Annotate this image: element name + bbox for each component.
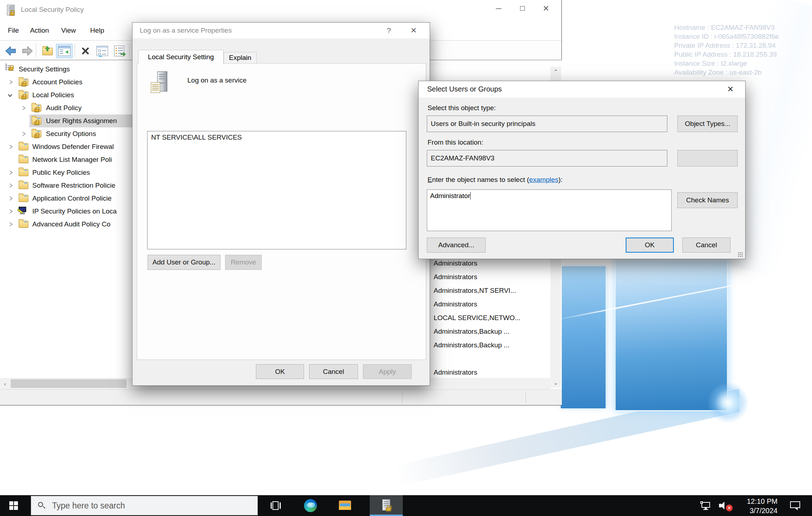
search-icon xyxy=(38,502,46,510)
list-row[interactable]: Administrators xyxy=(431,297,549,311)
titlebar: Local Security Policy ─ ☐ ✕ xyxy=(0,0,561,21)
scrollbar-thumb[interactable] xyxy=(11,379,126,388)
list-row[interactable]: Administrators,Backup ... xyxy=(431,338,549,352)
local-security-policy-task-button[interactable] xyxy=(370,495,403,516)
show-console-tree-button[interactable] xyxy=(56,44,73,58)
up-one-level-button[interactable] xyxy=(39,44,55,58)
action-center-button[interactable] xyxy=(785,495,806,516)
list-row[interactable] xyxy=(431,352,549,366)
dialog-titlebar: Log on as a service Properties ? ✕ xyxy=(132,23,430,38)
examples-link[interactable]: examples xyxy=(529,176,558,183)
edge-button[interactable] xyxy=(299,495,322,516)
minimize-icon: ─ xyxy=(496,5,501,13)
up-folder-icon xyxy=(42,46,53,56)
folder-lock-icon xyxy=(19,78,29,86)
file-explorer-button[interactable] xyxy=(333,495,357,516)
check-names-button[interactable]: Check Names xyxy=(677,192,738,208)
resize-grip[interactable] xyxy=(738,252,743,257)
chevron-right-icon[interactable] xyxy=(8,208,14,214)
chevron-right-icon[interactable] xyxy=(8,221,14,227)
volume-tray-icon[interactable]: ✕ xyxy=(715,495,735,516)
taskbar-clock[interactable]: 12:10 PM 3/7/2024 xyxy=(734,497,778,515)
locations-button[interactable] xyxy=(677,150,738,166)
tab-explain[interactable]: Explain xyxy=(224,52,257,64)
location-field: EC2AMAZ-FAN98V3 xyxy=(427,150,667,166)
tree-item-security-options[interactable]: Security Options xyxy=(0,127,132,140)
chevron-right-icon[interactable] xyxy=(8,144,14,150)
chevron-down-icon[interactable] xyxy=(7,93,13,98)
instance-info-line: Public IP Address : 18.218.255.39 xyxy=(674,50,779,59)
menu-help[interactable]: Help xyxy=(90,27,104,34)
network-icon xyxy=(700,501,711,510)
cancel-button[interactable]: Cancel xyxy=(309,364,358,379)
list-row[interactable]: Administrators,Backup ... xyxy=(431,325,549,338)
chevron-right-icon[interactable] xyxy=(21,131,27,137)
folder-icon xyxy=(19,168,29,177)
members-listbox[interactable]: NT SERVICE\ALL SERVICES xyxy=(147,131,406,249)
status-bar xyxy=(0,389,562,405)
remove-button[interactable]: Remove xyxy=(225,255,262,270)
dialog-titlebar: Select Users or Groups ✕ xyxy=(419,81,745,98)
tree-item-account-policies[interactable]: Account Policies xyxy=(0,76,132,89)
action-center-icon xyxy=(790,501,800,510)
folder-lock-icon xyxy=(32,117,42,125)
search-input[interactable]: Type here to search xyxy=(31,496,258,515)
chevron-right-icon[interactable] xyxy=(8,196,14,201)
delete-button[interactable] xyxy=(78,44,93,58)
advanced-button[interactable]: Advanced... xyxy=(427,238,486,253)
start-button[interactable] xyxy=(0,495,27,516)
minimize-button[interactable]: ─ xyxy=(487,0,510,17)
cancel-button[interactable]: Cancel xyxy=(682,238,731,253)
ok-button[interactable]: OK xyxy=(256,364,304,379)
help-button[interactable]: ? xyxy=(387,26,391,35)
chevron-right-icon[interactable] xyxy=(8,183,14,188)
tree-item-software-restriction[interactable]: Software Restriction Policie xyxy=(0,179,132,192)
object-names-textarea[interactable]: Administrator xyxy=(427,189,672,231)
folder-icon xyxy=(19,142,29,151)
tree-item-public-key-policies[interactable]: Public Key Policies xyxy=(0,166,132,179)
back-button[interactable] xyxy=(3,44,19,58)
chevron-right-icon[interactable] xyxy=(8,170,14,175)
list-row[interactable]: Administrators xyxy=(431,270,549,284)
menu-view[interactable]: View xyxy=(61,27,76,34)
export-list-button[interactable] xyxy=(112,44,127,58)
tree-item-network-list-manager[interactable]: Network List Manager Poli xyxy=(0,153,132,166)
close-button[interactable]: ✕ xyxy=(534,0,558,17)
apply-button[interactable]: Apply xyxy=(363,364,412,379)
wallpaper-flare xyxy=(706,381,750,424)
list-row[interactable]: LOCAL SERVICE,NETWO... xyxy=(431,311,549,325)
tree-item-local-policies[interactable]: Local Policies xyxy=(0,89,132,102)
tree-item-user-rights-assignment[interactable]: User Rights Assignmen xyxy=(29,114,132,127)
chevron-right-icon[interactable] xyxy=(21,105,27,111)
tree-item-windows-defender-firewall[interactable]: Windows Defender Firewal xyxy=(0,140,132,153)
tree-item-advanced-audit-policy[interactable]: Advanced Audit Policy Co xyxy=(0,218,132,231)
tab-local-security-setting[interactable]: Local Security Setting xyxy=(138,50,224,64)
file-explorer-icon xyxy=(339,501,351,511)
scroll-left-button[interactable]: ‹ xyxy=(0,378,10,389)
tree-item-audit-policy[interactable]: Audit Policy xyxy=(0,102,132,114)
task-view-button[interactable] xyxy=(264,495,288,516)
list-row[interactable]: Administrators,NT SERVI... xyxy=(431,284,549,297)
close-button[interactable]: ✕ xyxy=(410,26,417,35)
close-button[interactable]: ✕ xyxy=(727,85,734,94)
scroll-up-button[interactable]: ⌃ xyxy=(550,67,561,77)
properties-button[interactable] xyxy=(94,44,110,58)
maximize-button[interactable]: ☐ xyxy=(510,0,534,17)
tree-item-security-settings[interactable]: Security Settings xyxy=(0,63,132,76)
scroll-down-button[interactable]: ⌄ xyxy=(550,378,561,388)
add-user-or-group-button[interactable]: Add User or Group... xyxy=(148,255,220,270)
muted-speaker-icon: ✕ xyxy=(719,501,731,510)
list-row[interactable]: Administrators xyxy=(431,366,549,379)
console-tree-icon xyxy=(58,46,70,56)
ok-button[interactable]: OK xyxy=(626,238,674,253)
forward-button[interactable] xyxy=(19,44,35,58)
menu-file[interactable]: File xyxy=(8,27,19,34)
network-tray-icon[interactable] xyxy=(696,495,715,516)
chevron-right-icon[interactable] xyxy=(8,79,14,85)
menu-action[interactable]: Action xyxy=(30,27,49,34)
tree-item-application-control[interactable]: Application Control Policie xyxy=(0,192,132,205)
tree-item-ip-security-policies[interactable]: IP Security Policies on Loca xyxy=(0,205,132,218)
member-item[interactable]: NT SERVICE\ALL SERVICES xyxy=(148,131,406,141)
delete-x-icon xyxy=(80,46,91,56)
object-types-button[interactable]: Object Types... xyxy=(677,116,738,132)
